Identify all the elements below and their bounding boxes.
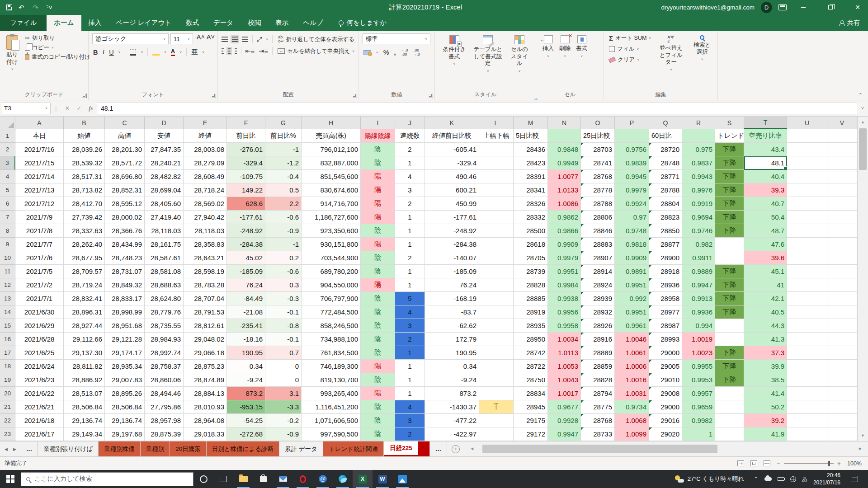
cell-L16[interactable] — [479, 333, 514, 346]
cell-P23[interactable]: 1.0099 — [615, 427, 649, 441]
cell-A20[interactable]: 2021/6/22 — [15, 387, 64, 400]
cell-R4[interactable]: 0.9943 — [682, 170, 715, 183]
increase-indent-icon[interactable]: ⇥≡ — [259, 47, 268, 55]
row-header-20[interactable]: 20 — [0, 387, 15, 400]
cell-P4[interactable]: 0.9945 — [615, 170, 649, 183]
column-header-Q[interactable]: Q — [649, 117, 682, 129]
email-app-button[interactable]: @ — [313, 470, 333, 488]
cell-G8[interactable]: -0.9 — [265, 224, 302, 238]
cell-O12[interactable]: 28924 — [581, 278, 615, 292]
cell-D10[interactable]: 28,587.61 — [145, 251, 184, 265]
cell-Q8[interactable]: 28850 — [649, 224, 682, 238]
cell-J17[interactable]: 1 — [395, 346, 425, 360]
cell-C2[interactable]: 28,201.30 — [105, 143, 145, 156]
cell-H11[interactable]: 689,780,200 — [302, 265, 361, 278]
cell-B7[interactable]: 27,739.42 — [64, 211, 105, 224]
cell-G20[interactable]: 3.1 — [265, 387, 302, 400]
insert-function-icon[interactable]: fx — [85, 105, 97, 112]
cell-T8[interactable]: 48.7 — [744, 224, 787, 238]
cell-P17[interactable]: 1.0061 — [615, 346, 649, 360]
cell-E15[interactable]: 28,812.61 — [184, 319, 227, 333]
cell-F2[interactable]: -276.01 — [227, 143, 265, 156]
cell-M19[interactable]: 28750 — [514, 373, 548, 387]
cell-U5[interactable] — [787, 183, 827, 197]
column-header-U[interactable]: U — [787, 117, 827, 129]
cell-S5[interactable]: 下降 — [715, 183, 744, 197]
cell-N16[interactable]: 1.0034 — [548, 333, 581, 346]
cell-D6[interactable]: 28,405.60 — [145, 197, 184, 211]
cell-T6[interactable]: 40.7 — [744, 197, 787, 211]
cell-L19[interactable] — [479, 373, 514, 387]
cell-F14[interactable]: -21.08 — [227, 305, 265, 319]
cell-D11[interactable]: 28,581.08 — [145, 265, 184, 278]
cell-U23[interactable] — [787, 427, 827, 441]
cell-I17[interactable]: 陰 — [361, 346, 395, 360]
cell-E10[interactable]: 28,643.21 — [184, 251, 227, 265]
cell-A14[interactable]: 2021/6/30 — [15, 305, 64, 319]
row-header-3[interactable]: 3 — [0, 156, 15, 170]
cell-T12[interactable]: 41 — [744, 278, 787, 292]
column-header-N[interactable]: N — [548, 117, 581, 129]
cell-O14[interactable]: 28932 — [581, 305, 615, 319]
row-header-9[interactable]: 9 — [0, 238, 15, 251]
alignment-dialog-launcher[interactable] — [353, 94, 357, 98]
cell-O20[interactable]: 28794 — [581, 387, 615, 400]
cell-O7[interactable]: 28806 — [581, 211, 615, 224]
horizontal-scrollbar[interactable]: ◄ ► — [469, 443, 863, 455]
cell-C11[interactable]: 28,731.07 — [105, 265, 145, 278]
column-header-P[interactable]: P — [615, 117, 649, 129]
cell-N4[interactable]: 1.0077 — [548, 170, 581, 183]
cell-Q14[interactable]: 28977 — [649, 305, 682, 319]
cell-N14[interactable]: 0.9956 — [548, 305, 581, 319]
cell-J14[interactable]: 4 — [395, 305, 425, 319]
row-header-7[interactable]: 7 — [0, 211, 15, 224]
cell-H6[interactable]: 914,716,700 — [302, 197, 361, 211]
battery-icon[interactable] — [778, 477, 784, 481]
cell-V18[interactable] — [827, 360, 857, 373]
cell-C5[interactable]: 28,852.31 — [105, 183, 145, 197]
cell-R23[interactable]: 1 — [682, 427, 715, 441]
formula-input[interactable]: 48.1 — [97, 103, 857, 114]
cell-F9[interactable]: -284.38 — [227, 238, 265, 251]
tab-help[interactable]: ヘルプ — [296, 15, 330, 31]
cell-R11[interactable]: 0.9889 — [682, 265, 715, 278]
cell-N5[interactable]: 1.0133 — [548, 183, 581, 197]
cell-B16[interactable]: 29,112.66 — [64, 333, 105, 346]
cell-F13[interactable]: -84.49 — [227, 292, 265, 305]
cell-G6[interactable]: 2.2 — [265, 197, 302, 211]
cell-L18[interactable] — [479, 360, 514, 373]
cell-S9[interactable] — [715, 238, 744, 251]
cell-L21[interactable]: 千 — [479, 400, 514, 414]
cell-J3[interactable]: 1 — [395, 156, 425, 170]
cell-N17[interactable]: 1.0113 — [548, 346, 581, 360]
comma-format-icon[interactable]: , — [394, 49, 396, 56]
cell-S7[interactable]: 下降 — [715, 211, 744, 224]
cell-G9[interactable]: -1 — [265, 238, 302, 251]
cell-D3[interactable]: 28,240.21 — [145, 156, 184, 170]
cell-R14[interactable]: 0.9936 — [682, 305, 715, 319]
cell-U8[interactable] — [787, 224, 827, 238]
cell-A5[interactable]: 2021/7/13 — [15, 183, 64, 197]
cell-R7[interactable]: 0.9694 — [682, 211, 715, 224]
cell-F17[interactable]: 190.95 — [227, 346, 265, 360]
cell-S13[interactable]: 下降 — [715, 292, 744, 305]
column-header-E[interactable]: E — [184, 117, 227, 129]
customize-qat-icon[interactable]: ⸱̄˅ — [47, 4, 53, 11]
cell-P13[interactable]: 0.992 — [615, 292, 649, 305]
cell-C18[interactable]: 28,935.34 — [105, 360, 145, 373]
cell-N2[interactable]: 0.9848 — [548, 143, 581, 156]
cell-D16[interactable]: 28,984.93 — [145, 333, 184, 346]
number-dialog-launcher[interactable] — [429, 94, 433, 98]
cell-F23[interactable]: -272.68 — [227, 427, 265, 441]
cell-A15[interactable]: 2021/6/29 — [15, 319, 64, 333]
cell-J13[interactable]: 5 — [395, 292, 425, 305]
cell-U2[interactable] — [787, 143, 827, 156]
align-left-icon[interactable] — [222, 48, 224, 54]
cell-U11[interactable] — [787, 265, 827, 278]
cell-U19[interactable] — [787, 373, 827, 387]
cell-I19[interactable]: 陰 — [361, 373, 395, 387]
percent-format-icon[interactable]: % — [383, 49, 389, 56]
mail-button[interactable] — [273, 470, 293, 488]
column-header-B[interactable]: B — [64, 117, 105, 129]
cell-H13[interactable]: 706,797,900 — [302, 292, 361, 305]
